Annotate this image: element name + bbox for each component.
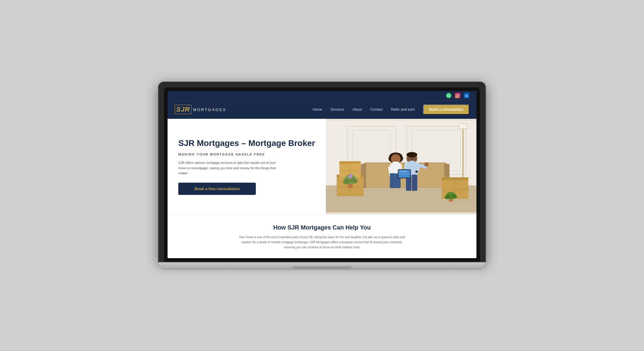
svg-point-56 [407,152,417,157]
screen-bezel: in SJR MORTGAGES Home Services About [164,87,480,262]
hero-left-content: SJR Mortgages – Mortgage Broker MAKING Y… [168,119,326,214]
nav-contact[interactable]: Contact [370,107,383,112]
laptop-base [158,262,486,270]
logo: SJR MORTGAGES [175,106,226,113]
bottom-description: Your home is one of the most important p… [236,235,408,250]
nav-about[interactable]: About [353,107,362,112]
logo-brand: MORTGAGES [193,107,226,112]
svg-rect-26 [339,161,361,164]
laptop-mockup: in SJR MORTGAGES Home Services About [158,81,486,270]
svg-rect-62 [412,175,417,191]
logo-monogram: SJR [175,106,191,113]
svg-point-39 [349,173,351,177]
hero-description: SJR offers various mortgage services to … [178,160,280,176]
svg-rect-67 [400,171,407,172]
svg-rect-30 [442,177,468,180]
hero-subtitle: MAKING YOUR MORTGAGE HASSLE FREE [178,153,315,156]
svg-point-71 [416,171,418,173]
nav-links: Home Services About Contact Refer and ea… [313,104,470,115]
hero-image [326,119,476,214]
svg-rect-52 [390,173,395,188]
linkedin-icon[interactable]: in [464,93,469,98]
book-free-consultation-button[interactable]: Book a free consultation [178,183,256,195]
navbar: SJR MORTGAGES Home Services About Contac… [168,100,476,119]
svg-rect-68 [400,173,409,174]
whatsapp-icon[interactable] [446,93,451,98]
top-social-bar: in [168,91,476,100]
hero-section: SJR Mortgages – Mortgage Broker MAKING Y… [168,119,476,214]
laptop-frame: in SJR MORTGAGES Home Services About [158,81,486,262]
svg-point-64 [424,162,428,167]
bottom-section: How SJR Mortgages Can Help You Your home… [168,214,476,258]
nav-home[interactable]: Home [313,107,322,112]
hero-scene-svg [326,119,476,214]
book-consultation-nav-button[interactable]: Book a consultation [423,104,469,115]
hero-title: SJR Mortgages – Mortgage Broker [178,138,315,148]
svg-rect-69 [400,174,408,175]
website-screen: in SJR MORTGAGES Home Services About [168,91,476,258]
instagram-icon[interactable] [455,93,460,98]
nav-services[interactable]: Services [331,107,344,112]
nav-refer[interactable]: Refer and earn [391,107,415,112]
bottom-title: How SJR Mortgages Can Help You [178,224,466,231]
